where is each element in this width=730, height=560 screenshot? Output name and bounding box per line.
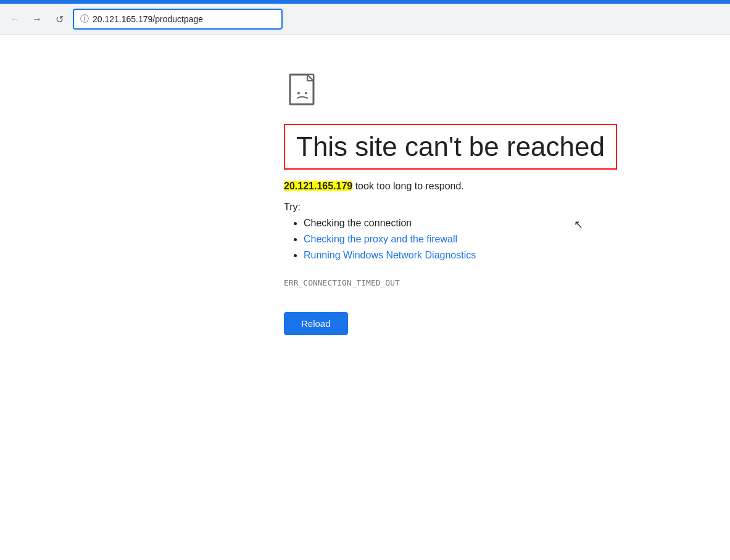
- error-title: This site can't be reached: [284, 124, 617, 170]
- highlighted-ip: 20.121.165.179: [284, 181, 352, 191]
- address-text: 20.121.165.179/productpage: [93, 14, 203, 24]
- error-icon: [284, 72, 323, 112]
- try-label: Try:: [284, 202, 301, 213]
- suggestion-3-link[interactable]: Running Windows Network Diagnostics: [304, 250, 476, 260]
- list-item: Checking the proxy and the firewall: [304, 234, 476, 245]
- toolbar: ← → ↺ ⓘ 20.121.165.179/productpage: [0, 4, 730, 35]
- suggestions-list: Checking the connection Checking the pro…: [284, 218, 476, 266]
- svg-point-3: [297, 92, 300, 94]
- list-item: Checking the connection: [304, 218, 476, 229]
- suggestion-1: Checking the connection: [304, 218, 412, 228]
- error-code: ERR_CONNECTION_TIMED_OUT: [284, 278, 400, 287]
- reload-button[interactable]: Reload: [284, 312, 348, 335]
- reload-nav-button[interactable]: ↺: [51, 10, 68, 28]
- info-icon: ⓘ: [80, 14, 89, 25]
- page-content: This site can't be reached 20.121.165.17…: [0, 35, 730, 335]
- error-subtitle: 20.121.165.179 took too long to respond.: [284, 181, 464, 192]
- address-bar[interactable]: ⓘ 20.121.165.179/productpage: [73, 9, 283, 30]
- forward-button[interactable]: →: [28, 10, 46, 28]
- subtitle-rest: took too long to respond.: [352, 181, 464, 191]
- suggestion-2-link[interactable]: Checking the proxy and the firewall: [304, 234, 457, 244]
- svg-point-4: [305, 92, 307, 94]
- browser-chrome: ← → ↺ ⓘ 20.121.165.179/productpage: [0, 0, 730, 35]
- back-button[interactable]: ←: [6, 10, 23, 28]
- list-item: Running Windows Network Diagnostics: [304, 250, 476, 261]
